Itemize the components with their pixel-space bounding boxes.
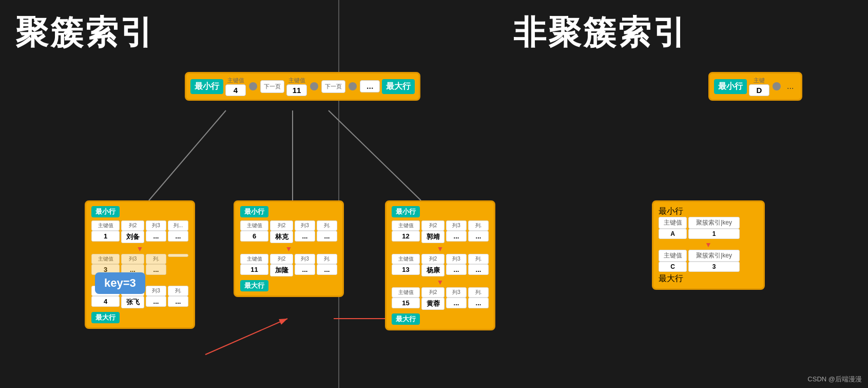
leaf3-arrow-2: ▼: [392, 278, 489, 286]
leaf2-arrow-1: ▼: [240, 245, 337, 253]
nc-leaf1-row-1: 主键值 A 聚簇索引|key 1: [659, 217, 758, 239]
leaf1-min-label: 最小行: [91, 206, 120, 217]
nc-leaf1-arrow-1: ▼: [659, 241, 758, 249]
root-node: 最小行 主键值 4 下一页 主键值 11 下一页 ... 最大行: [185, 72, 420, 101]
leaf2-row-2: 主键值 11 列2 加隆 列3 ... 列. ...: [240, 254, 337, 276]
leaf3-r2-key: 主键值 13: [392, 254, 420, 276]
root-next2: 下一页: [321, 80, 345, 93]
nc-leaf1-max-label: 最大行: [659, 274, 683, 283]
nc-root-ellipsis: ...: [784, 82, 797, 91]
root-key2-header: 主键值: [288, 77, 305, 84]
leaf3-r2-col3: 列3 ...: [446, 254, 467, 276]
leaf1-r2-col3: 列. ...: [146, 254, 166, 275]
leaf1-max-label: 最大行: [91, 312, 120, 323]
leaf3-r3-col4: 列. ...: [468, 287, 489, 310]
leaf2-min-label: 最小行: [240, 206, 268, 217]
leaf1-row-1: 主键值 1 列2 刘备 列3 ... 列... ...: [91, 220, 188, 243]
leaf2-r1-col3: 列3 ...: [295, 220, 315, 243]
leaf3-r1-key: 主键值 12: [392, 220, 420, 243]
leaf2-row-1: 主键值 6 列2 林克 列3 ... 列. ...: [240, 220, 337, 243]
leaf3-row-2: 主键值 13 列2 杨康 列3 ... 列. ...: [392, 254, 489, 276]
key-box: key=3: [95, 272, 145, 294]
leaf-node-1: 最小行 主键值 1 列2 刘备 列3 ... 列... ... ▼ 主键值 3 …: [85, 200, 195, 329]
root-next2-block: 下一页: [321, 80, 345, 93]
nc-connector-dot-1: [773, 82, 781, 90]
root-next1-block: 下一页: [260, 80, 284, 93]
leaf1-arrow-1: ▼: [91, 245, 188, 253]
nc-leaf1-min-label: 最小行: [659, 207, 683, 215]
nc-leaf1-r1-idx: 聚簇索引|key 1: [688, 217, 740, 239]
leaf1-r2-col4: [168, 254, 188, 275]
nc-root-min-label: 最小行: [714, 79, 747, 94]
root-max-label: 最大行: [382, 79, 415, 94]
nc-leaf1-r2-idx: 聚簇索引|key 3: [688, 250, 740, 272]
root-key1-header: 主键值: [227, 77, 244, 84]
leaf1-r1-col3: 列3 ...: [146, 220, 166, 243]
left-title: 聚簇索引: [15, 10, 155, 55]
leaf3-r2-col4: 列. ...: [468, 254, 489, 276]
root-next1: 下一页: [260, 80, 284, 93]
root-key2-block: 主键值 11: [286, 77, 307, 96]
leaf3-r3-col3: 列3 ...: [446, 287, 467, 310]
leaf2-r2-col2: 列2 加隆: [270, 254, 293, 276]
nc-root-node: 最小行 主键 D ...: [708, 72, 802, 101]
connector-dot-1: [249, 82, 257, 90]
leaf3-arrow-1: ▼: [392, 245, 489, 253]
leaf2-r1-key: 主键值 6: [240, 220, 268, 243]
connector-dot-2: [310, 82, 318, 90]
leaf2-r2-key: 主键值 11: [240, 254, 268, 276]
leaf3-r1-col2: 列2 郭靖: [421, 220, 445, 243]
leaf2-r2-col4: 列. ...: [317, 254, 337, 276]
leaf2-r1-col4: 列. ...: [317, 220, 337, 243]
leaf1-row-2: 主键值 3 列3 ... 列. ...: [91, 254, 188, 275]
svg-line-1: [149, 110, 226, 200]
nc-root-key1-block: 主键 D: [749, 77, 769, 96]
root-key1-block: 主键值 4: [225, 77, 246, 96]
leaf3-max-label: 最大行: [392, 313, 420, 325]
leaf3-r2-col2: 列2 杨康: [421, 254, 445, 276]
leaf-node-2: 最小行 主键值 6 列2 林克 列3 ... 列. ... ▼ 主键值 11 列…: [234, 200, 344, 297]
leaf1-r3-col3: 列3 ...: [146, 286, 166, 308]
leaf1-r3-col4: 列. ...: [168, 286, 188, 308]
nc-leaf1-r1-key: 主键值 A: [659, 217, 687, 239]
watermark: CSDN @后端漫漫: [807, 375, 862, 384]
nc-root-key1-value: D: [749, 84, 769, 96]
leaf3-row-1: 主键值 12 列2 郭靖 列3 ... 列. ...: [392, 220, 489, 243]
svg-line-4: [205, 319, 287, 355]
leaf3-r3-col2: 列2 黄蓉: [421, 287, 445, 310]
right-title: 非聚簇索引: [513, 10, 688, 55]
svg-line-3: [329, 110, 421, 200]
nc-leaf-node-1: 最小行 主键值 A 聚簇索引|key 1 ▼ 主键值 C 聚簇索引|key 3 …: [652, 200, 765, 290]
root-key1-value: 4: [225, 84, 246, 96]
leaf-node-3: 最小行 主键值 12 列2 郭靖 列3 ... 列. ... ▼ 主键值 13 …: [385, 200, 495, 330]
leaf1-r2-col2: 列3 ...: [121, 254, 144, 275]
nc-leaf1-r2-key: 主键值 C: [659, 250, 687, 272]
leaf2-r1-col2: 列2 林克: [270, 220, 293, 243]
leaf1-r1-col4: 列... ...: [168, 220, 188, 243]
root-key2-value: 11: [286, 84, 307, 96]
leaf3-min-label: 最小行: [392, 206, 420, 217]
leaf1-r2-key: 主键值 3: [91, 254, 120, 275]
leaf3-r1-col3: 列3 ...: [446, 220, 467, 243]
leaf3-r3-key: 主键值 15: [392, 287, 420, 310]
root-min-label: 最小行: [190, 79, 223, 94]
nc-leaf1-row-2: 主键值 C 聚簇索引|key 3: [659, 250, 758, 272]
root-dots: ...: [360, 80, 380, 93]
leaf1-r1-col2: 列2 刘备: [121, 220, 144, 243]
nc-root-key1-header: 主键: [754, 77, 765, 84]
leaf1-r1-key: 主键值 1: [91, 220, 120, 243]
leaf2-r2-col3: 列3 ...: [295, 254, 315, 276]
leaf3-r1-col4: 列. ...: [468, 220, 489, 243]
connector-dot-3: [349, 82, 357, 90]
leaf2-max-label: 最大行: [240, 280, 268, 291]
leaf3-row-3: 主键值 15 列2 黄蓉 列3 ... 列. ...: [392, 287, 489, 310]
